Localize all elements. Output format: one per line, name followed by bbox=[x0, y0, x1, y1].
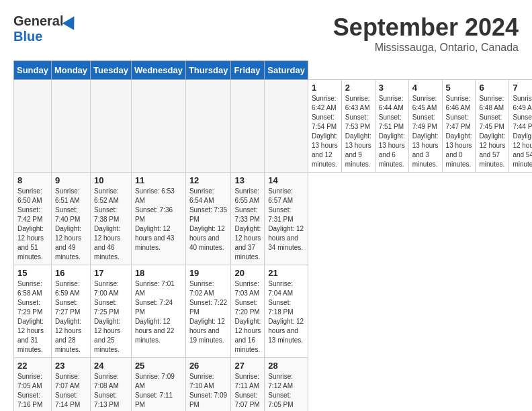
calendar-cell bbox=[265, 80, 308, 173]
day-info: Sunrise: 7:00 AMSunset: 7:25 PMDaylight:… bbox=[94, 279, 128, 355]
day-number: 10 bbox=[94, 175, 128, 185]
calendar-cell: 17Sunrise: 7:00 AMSunset: 7:25 PMDayligh… bbox=[91, 265, 132, 358]
calendar-cell: 18Sunrise: 7:01 AMSunset: 7:24 PMDayligh… bbox=[131, 265, 185, 358]
weekday-header-thursday: Thursday bbox=[185, 61, 231, 80]
calendar-cell: 8Sunrise: 6:50 AMSunset: 7:42 PMDaylight… bbox=[14, 173, 52, 265]
calendar-cell: 5Sunrise: 6:46 AMSunset: 7:47 PMDaylight… bbox=[442, 80, 476, 173]
calendar-cell: 27Sunrise: 7:11 AMSunset: 7:07 PMDayligh… bbox=[231, 358, 265, 412]
day-info: Sunrise: 7:04 AMSunset: 7:18 PMDaylight:… bbox=[268, 279, 304, 345]
day-info: Sunrise: 7:07 AMSunset: 7:14 PMDaylight:… bbox=[55, 372, 87, 411]
day-info: Sunrise: 7:12 AMSunset: 7:05 PMDaylight:… bbox=[268, 372, 304, 411]
calendar-week-row: 1Sunrise: 6:42 AMSunset: 7:54 PMDaylight… bbox=[14, 80, 533, 173]
day-number: 19 bbox=[189, 268, 228, 278]
calendar-cell: 28Sunrise: 7:12 AMSunset: 7:05 PMDayligh… bbox=[265, 358, 308, 412]
day-number: 13 bbox=[234, 175, 261, 185]
day-number: 3 bbox=[379, 83, 405, 93]
calendar-cell bbox=[51, 80, 90, 173]
weekday-header-sunday: Sunday bbox=[14, 61, 52, 80]
day-info: Sunrise: 7:10 AMSunset: 7:09 PMDaylight:… bbox=[189, 372, 228, 411]
day-number: 1 bbox=[312, 83, 338, 93]
calendar-cell bbox=[91, 80, 132, 173]
day-number: 11 bbox=[135, 175, 182, 185]
logo-triangle-icon bbox=[62, 13, 80, 30]
day-info: Sunrise: 6:48 AMSunset: 7:45 PMDaylight:… bbox=[479, 94, 505, 169]
day-number: 24 bbox=[94, 361, 128, 371]
day-info: Sunrise: 6:46 AMSunset: 7:47 PMDaylight:… bbox=[446, 94, 472, 169]
day-number: 23 bbox=[55, 361, 87, 371]
calendar-cell: 10Sunrise: 6:52 AMSunset: 7:38 PMDayligh… bbox=[91, 173, 132, 265]
day-number: 7 bbox=[513, 83, 532, 93]
day-info: Sunrise: 7:05 AMSunset: 7:16 PMDaylight:… bbox=[17, 372, 48, 411]
calendar-week-row: 15Sunrise: 6:58 AMSunset: 7:29 PMDayligh… bbox=[14, 265, 533, 358]
day-number: 15 bbox=[17, 268, 48, 278]
calendar-cell: 24Sunrise: 7:08 AMSunset: 7:13 PMDayligh… bbox=[91, 358, 132, 412]
calendar-cell: 1Sunrise: 6:42 AMSunset: 7:54 PMDaylight… bbox=[308, 80, 341, 173]
calendar-cell: 15Sunrise: 6:58 AMSunset: 7:29 PMDayligh… bbox=[14, 265, 52, 358]
day-number: 9 bbox=[55, 175, 87, 185]
day-number: 22 bbox=[17, 361, 48, 371]
day-info: Sunrise: 6:55 AMSunset: 7:33 PMDaylight:… bbox=[234, 187, 261, 262]
day-info: Sunrise: 7:08 AMSunset: 7:13 PMDaylight:… bbox=[94, 372, 128, 411]
day-info: Sunrise: 7:01 AMSunset: 7:24 PMDaylight:… bbox=[135, 279, 182, 345]
calendar-cell: 14Sunrise: 6:57 AMSunset: 7:31 PMDayligh… bbox=[265, 173, 308, 265]
calendar-cell: 11Sunrise: 6:53 AMSunset: 7:36 PMDayligh… bbox=[131, 173, 185, 265]
calendar-cell: 2Sunrise: 6:43 AMSunset: 7:53 PMDaylight… bbox=[341, 80, 375, 173]
calendar-cell: 12Sunrise: 6:54 AMSunset: 7:35 PMDayligh… bbox=[185, 173, 231, 265]
day-number: 5 bbox=[446, 83, 472, 93]
calendar-cell: 25Sunrise: 7:09 AMSunset: 7:11 PMDayligh… bbox=[131, 358, 185, 412]
calendar-cell: 13Sunrise: 6:55 AMSunset: 7:33 PMDayligh… bbox=[231, 173, 265, 265]
weekday-header-friday: Friday bbox=[231, 61, 265, 80]
day-info: Sunrise: 6:53 AMSunset: 7:36 PMDaylight:… bbox=[135, 187, 182, 253]
day-info: Sunrise: 6:45 AMSunset: 7:49 PMDaylight:… bbox=[412, 94, 439, 169]
title-area: September 2024 Mississauga, Ontario, Can… bbox=[333, 13, 519, 54]
day-info: Sunrise: 6:42 AMSunset: 7:54 PMDaylight:… bbox=[312, 94, 338, 169]
logo-general-text: General bbox=[13, 13, 63, 29]
day-info: Sunrise: 6:51 AMSunset: 7:40 PMDaylight:… bbox=[55, 187, 87, 262]
day-info: Sunrise: 6:49 AMSunset: 7:44 PMDaylight:… bbox=[513, 94, 532, 169]
day-number: 2 bbox=[345, 83, 371, 93]
day-number: 16 bbox=[55, 268, 87, 278]
day-info: Sunrise: 6:59 AMSunset: 7:27 PMDaylight:… bbox=[55, 279, 87, 355]
day-number: 25 bbox=[135, 361, 182, 371]
calendar-cell: 23Sunrise: 7:07 AMSunset: 7:14 PMDayligh… bbox=[51, 358, 90, 412]
calendar-cell bbox=[185, 80, 231, 173]
calendar-cell: 3Sunrise: 6:44 AMSunset: 7:51 PMDaylight… bbox=[375, 80, 408, 173]
calendar-cell bbox=[131, 80, 185, 173]
logo: General Blue bbox=[13, 13, 78, 44]
calendar-cell: 7Sunrise: 6:49 AMSunset: 7:44 PMDaylight… bbox=[509, 80, 532, 173]
day-info: Sunrise: 6:58 AMSunset: 7:29 PMDaylight:… bbox=[17, 279, 48, 355]
calendar-cell bbox=[231, 80, 265, 173]
day-info: Sunrise: 6:52 AMSunset: 7:38 PMDaylight:… bbox=[94, 187, 128, 262]
day-number: 12 bbox=[189, 175, 228, 185]
day-number: 26 bbox=[189, 361, 228, 371]
weekday-header-saturday: Saturday bbox=[265, 61, 308, 80]
day-info: Sunrise: 6:57 AMSunset: 7:31 PMDaylight:… bbox=[268, 187, 304, 253]
calendar-cell: 9Sunrise: 6:51 AMSunset: 7:40 PMDaylight… bbox=[51, 173, 90, 265]
day-info: Sunrise: 7:03 AMSunset: 7:20 PMDaylight:… bbox=[234, 279, 261, 355]
location-title: Mississauga, Ontario, Canada bbox=[333, 42, 519, 54]
day-number: 28 bbox=[268, 361, 304, 371]
calendar-cell bbox=[14, 80, 52, 173]
day-number: 8 bbox=[17, 175, 48, 185]
calendar-cell: 21Sunrise: 7:04 AMSunset: 7:18 PMDayligh… bbox=[265, 265, 308, 358]
day-info: Sunrise: 7:02 AMSunset: 7:22 PMDaylight:… bbox=[189, 279, 228, 345]
day-number: 18 bbox=[135, 268, 182, 278]
calendar-week-row: 22Sunrise: 7:05 AMSunset: 7:16 PMDayligh… bbox=[14, 358, 533, 412]
logo-blue-text: Blue bbox=[13, 29, 42, 44]
day-number: 27 bbox=[234, 361, 261, 371]
calendar-cell: 26Sunrise: 7:10 AMSunset: 7:09 PMDayligh… bbox=[185, 358, 231, 412]
calendar-cell: 22Sunrise: 7:05 AMSunset: 7:16 PMDayligh… bbox=[14, 358, 52, 412]
weekday-header-wednesday: Wednesday bbox=[131, 61, 185, 80]
day-number: 21 bbox=[268, 268, 304, 278]
calendar-cell: 16Sunrise: 6:59 AMSunset: 7:27 PMDayligh… bbox=[51, 265, 90, 358]
day-number: 17 bbox=[94, 268, 128, 278]
calendar-cell: 6Sunrise: 6:48 AMSunset: 7:45 PMDaylight… bbox=[476, 80, 509, 173]
month-title: September 2024 bbox=[333, 13, 519, 42]
weekday-header-tuesday: Tuesday bbox=[91, 61, 132, 80]
calendar-week-row: 8Sunrise: 6:50 AMSunset: 7:42 PMDaylight… bbox=[14, 173, 533, 265]
day-info: Sunrise: 6:54 AMSunset: 7:35 PMDaylight:… bbox=[189, 187, 228, 253]
calendar-table: SundayMondayTuesdayWednesdayThursdayFrid… bbox=[13, 60, 532, 411]
day-number: 4 bbox=[412, 83, 439, 93]
page-header: General Blue September 2024 Mississauga,… bbox=[13, 13, 519, 54]
day-number: 20 bbox=[234, 268, 261, 278]
